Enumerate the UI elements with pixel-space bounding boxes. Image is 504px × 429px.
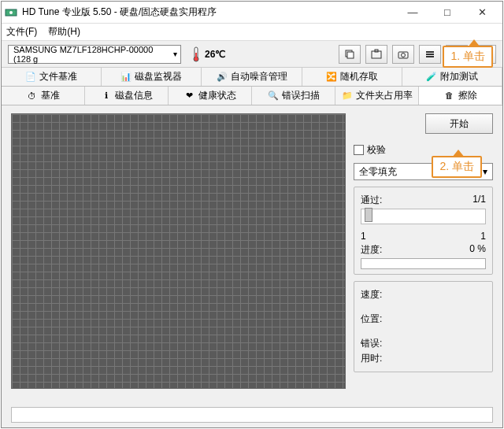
menu-help[interactable]: 帮助(H)	[48, 25, 80, 39]
device-label: SAMSUNG MZ7LF128HCHP-00000 (128 g	[13, 45, 165, 64]
minimize-button[interactable]: —	[395, 2, 430, 23]
screenshot-icon[interactable]	[365, 45, 387, 64]
svg-point-10	[402, 53, 406, 57]
pass-value: 1/1	[472, 194, 486, 207]
tabs: 📄文件基准 📊磁盘监视器 🔊自动噪音管理 🔀随机存取 🧪附加测试 ⏱基准 ℹ磁盘…	[2, 68, 502, 105]
close-button[interactable]: ✕	[465, 2, 499, 23]
copy-icon[interactable]	[339, 45, 361, 64]
stats-panel: 速度: 位置: 错误: 用时:	[354, 281, 493, 372]
device-dropdown[interactable]: SAMSUNG MZ7LF128HCHP-00000 (128 g	[8, 45, 181, 64]
tab-health[interactable]: ❤健康状态	[169, 87, 252, 105]
error-label: 错误:	[361, 337, 382, 350]
pass-label: 通过:	[361, 194, 382, 207]
callout-step-2: 2. 单击	[432, 156, 482, 178]
position-label: 位置:	[361, 313, 382, 326]
progress-bar	[361, 258, 486, 269]
progress-value: 0 %	[469, 243, 486, 257]
tab-aam[interactable]: 🔊自动噪音管理	[202, 68, 302, 86]
titlebar: HD Tune 专业版 5.50 - 硬盘/固态硬盘实用程序 — □ ✕	[2, 2, 502, 24]
gauge-icon: ⏱	[27, 91, 38, 102]
toolbar: SAMSUNG MZ7LF128HCHP-00000 (128 g 26℃ 退	[2, 41, 502, 68]
tab-benchmark[interactable]: ⏱基准	[2, 87, 85, 105]
info-icon: ℹ	[101, 91, 112, 102]
svg-rect-6	[347, 52, 354, 58]
tab-folder-usage[interactable]: 📁文件夹占用率	[335, 87, 419, 105]
erase-icon: 🗑	[444, 90, 455, 101]
svg-rect-12	[426, 54, 434, 55]
maximize-button[interactable]: □	[430, 2, 465, 23]
svg-rect-11	[426, 51, 434, 53]
chevron-down-icon: ▾	[483, 166, 487, 177]
app-icon	[5, 6, 17, 19]
folder-icon: 📁	[342, 91, 353, 102]
svg-point-1	[9, 11, 13, 14]
scan-icon: 🔍	[268, 91, 279, 102]
pass-slider[interactable]	[361, 209, 486, 224]
verify-checkbox[interactable]	[354, 145, 364, 155]
menubar: 文件(F) 帮助(H)	[2, 24, 502, 41]
callout-step-1: 1. 单击	[443, 46, 493, 68]
tab-error-scan[interactable]: 🔍错误扫描	[252, 87, 335, 105]
svg-rect-4	[195, 53, 197, 59]
status-bar	[11, 407, 493, 423]
temperature-value: 26℃	[205, 49, 225, 60]
tab-file-benchmark[interactable]: 📄文件基准	[2, 68, 102, 86]
block-grid	[11, 113, 346, 389]
verify-label: 校验	[367, 143, 386, 157]
tab-extra-tests[interactable]: 🧪附加测试	[402, 68, 502, 86]
temperature-display: 26℃	[192, 46, 225, 62]
speaker-icon: 🔊	[217, 72, 228, 83]
range-max: 1	[480, 231, 486, 242]
extra-icon: 🧪	[426, 72, 437, 83]
tab-info[interactable]: ℹ磁盘信息	[85, 87, 169, 105]
document-icon: 📄	[25, 72, 36, 83]
menu-file[interactable]: 文件(F)	[6, 25, 37, 39]
thermometer-icon	[192, 46, 200, 62]
range-min: 1	[361, 231, 366, 242]
svg-rect-13	[426, 56, 434, 57]
settings-icon[interactable]	[419, 45, 441, 64]
speed-label: 速度:	[361, 288, 382, 301]
start-button[interactable]: 开始	[425, 113, 493, 134]
tab-erase[interactable]: 🗑擦除	[419, 87, 502, 105]
health-icon: ❤	[184, 91, 195, 102]
camera-icon[interactable]	[392, 45, 414, 64]
window-title: HD Tune 专业版 5.50 - 硬盘/固态硬盘实用程序	[22, 6, 395, 19]
progress-label: 进度:	[361, 243, 382, 257]
random-icon: 🔀	[326, 72, 337, 83]
time-label: 用时:	[361, 352, 382, 365]
tab-random-access[interactable]: 🔀随机存取	[302, 68, 402, 86]
monitor-icon: 📊	[120, 72, 132, 83]
tab-disk-monitor[interactable]: 📊磁盘监视器	[102, 68, 202, 86]
pass-panel: 通过:1/1 11 进度:0 %	[354, 187, 493, 275]
